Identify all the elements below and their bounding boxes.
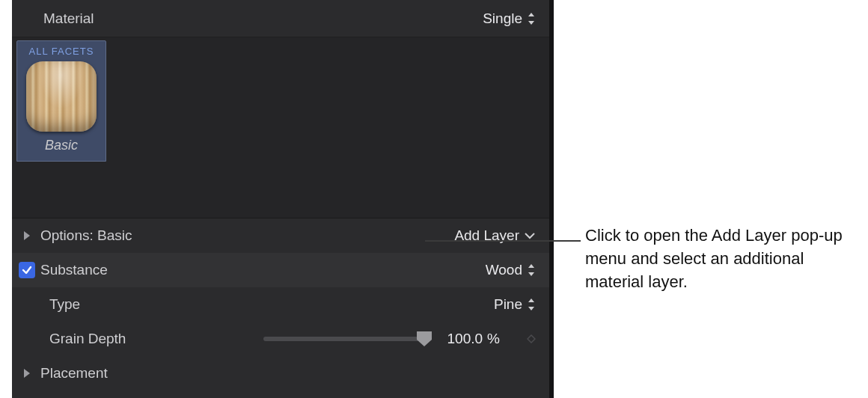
placement-label: Placement [36,365,108,382]
grain-depth-slider[interactable] [263,337,428,341]
updown-icon [527,264,536,276]
material-swatch-label: Basic [17,138,106,153]
substance-value: Wood [486,262,522,278]
diamond-icon [527,331,536,347]
grain-depth-value: 100.0 [447,331,483,347]
slider-thumb[interactable] [417,331,432,346]
callout-leader-line [425,240,581,242]
placement-disclosure[interactable] [18,368,36,379]
substance-checkbox[interactable] [19,262,35,278]
material-label: Material [25,10,94,27]
material-header-row: Material Single [12,0,549,37]
placement-row: Placement [12,356,549,391]
material-mode-select[interactable]: Single [483,10,536,27]
callout-text: Click to open the Add Layer pop-up menu … [585,224,855,293]
updown-icon [527,298,536,310]
grain-depth-unit: % [487,331,500,347]
type-row: Type Pine [12,287,549,322]
facets-tab-title: ALL FACETS [17,46,106,57]
options-label: Options: Basic [36,227,132,244]
grain-depth-value-field[interactable]: 100.0 % [446,331,536,347]
options-row: Options: Basic Add Layer [12,218,549,253]
substance-row: Substance Wood [12,253,549,287]
type-value: Pine [494,296,522,313]
chevron-down-icon [524,231,536,240]
substance-label: Substance [36,262,108,278]
grain-depth-label: Grain Depth [36,331,141,347]
substance-select[interactable]: Wood [486,262,536,278]
grain-depth-row: Grain Depth 100.0 % [12,322,549,356]
material-mode-value: Single [483,10,522,27]
updown-icon [527,13,536,25]
type-label: Type [36,296,80,313]
facets-tab-all[interactable]: ALL FACETS Basic [16,40,106,162]
facets-strip: ALL FACETS Basic [12,37,549,218]
material-swatch[interactable] [26,61,97,132]
type-select[interactable]: Pine [494,296,536,313]
options-disclosure[interactable] [18,230,36,241]
material-inspector-panel: Material Single ALL FACETS Basic Options… [12,0,554,398]
